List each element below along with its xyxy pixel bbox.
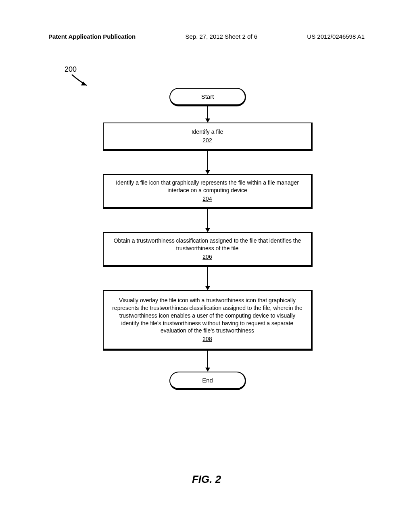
start-terminator: Start <box>169 88 246 106</box>
reference-number: 200 <box>65 65 77 74</box>
arrow-icon <box>205 106 210 123</box>
arrow-icon <box>205 267 210 290</box>
step-text: Obtain a trustworthiness classification … <box>110 237 305 252</box>
figure-label: FIG. 2 <box>0 473 413 486</box>
arrow-icon <box>205 209 210 232</box>
start-label: Start <box>201 93 214 100</box>
step-text: Identify a file icon that graphically re… <box>110 179 305 194</box>
arrow-icon <box>205 151 210 174</box>
flowchart: Start Identify a file 202 Identify a fil… <box>101 88 315 390</box>
process-step-208: Visually overlay the file icon with a tr… <box>103 290 313 351</box>
step-number: 204 <box>202 195 212 203</box>
process-step-204: Identify a file icon that graphically re… <box>103 174 313 209</box>
page-header: Patent Application Publication Sep. 27, … <box>0 33 413 40</box>
step-number: 206 <box>202 253 212 261</box>
step-number: 208 <box>202 335 212 343</box>
step-text: Identify a file <box>192 128 223 136</box>
reference-arrow-icon <box>70 73 94 90</box>
step-number: 202 <box>202 137 212 144</box>
process-step-202: Identify a file 202 <box>103 123 313 151</box>
end-terminator: End <box>169 372 246 390</box>
arrow-icon <box>205 351 210 372</box>
header-left: Patent Application Publication <box>48 33 136 40</box>
header-center: Sep. 27, 2012 Sheet 2 of 6 <box>186 33 257 40</box>
process-step-206: Obtain a trustworthiness classification … <box>103 232 313 267</box>
header-right: US 2012/0246598 A1 <box>307 33 365 40</box>
step-text: Visually overlay the file icon with a tr… <box>110 297 305 335</box>
end-label: End <box>202 377 213 384</box>
